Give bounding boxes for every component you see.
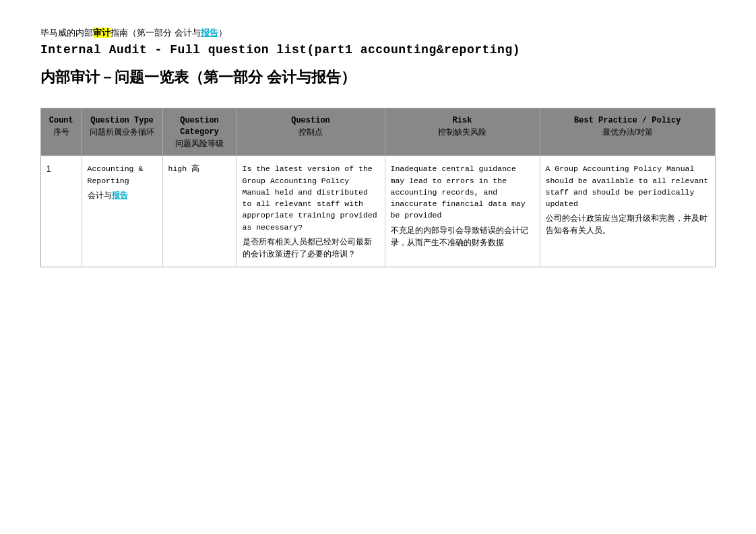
th-question: Question 控制点: [237, 108, 385, 156]
th-qcat: Question Category 问题风险等级: [162, 108, 237, 156]
table-row: 1 Accounting & Reporting 会计与报告 high 高: [41, 156, 715, 267]
th-count: Count 序号: [41, 108, 82, 156]
cell-best: A Group Accounting Policy Manual should …: [540, 156, 715, 267]
audit-table-wrapper: Count 序号 Question Type 问题所属业务循环 Question…: [40, 108, 716, 267]
th-risk: Risk 控制缺失风险: [385, 108, 540, 156]
cell-count: 1: [41, 156, 82, 267]
main-title: Internal Audit - Full question list(part…: [40, 43, 716, 57]
report-highlighted: 报告: [201, 28, 218, 38]
table-header-row: Count 序号 Question Type 问题所属业务循环 Question…: [41, 108, 715, 156]
subtitle-prefix: 毕马威的内部: [40, 28, 93, 38]
subtitle-suffix: ）: [218, 28, 227, 38]
cell-question: Is the latest version of the Group Accou…: [237, 156, 385, 267]
subtitle-middle: 指南（第一部分 会计与: [111, 28, 201, 38]
audit-table: Count 序号 Question Type 问题所属业务循环 Question…: [41, 108, 715, 267]
chinese-title: 内部审计－问题一览表（第一部分 会计与报告）: [40, 67, 716, 88]
audit-highlighted: 审计: [93, 28, 111, 38]
th-qtype: Question Type 问题所属业务循环: [82, 108, 162, 156]
cell-qtype: Accounting & Reporting 会计与报告: [82, 156, 162, 267]
cell-risk: Inadequate central guidance may lead to …: [385, 156, 540, 267]
cell-qcat: high 高: [162, 156, 237, 267]
subtitle: 毕马威的内部审计指南（第一部分 会计与报告）: [40, 27, 716, 39]
th-best: Best Practice / Policy 最优办法/对策: [540, 108, 715, 156]
